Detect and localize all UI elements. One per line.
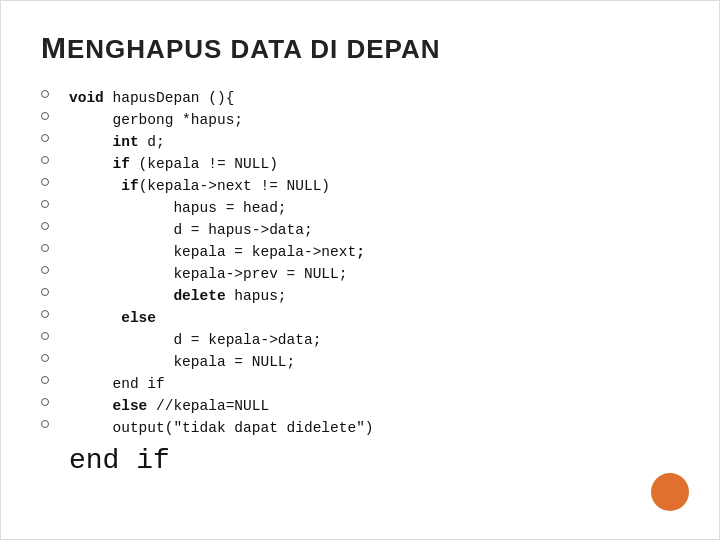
bullet-3 [41,131,69,142]
bullet-icon [41,222,49,230]
code-line-16: output("tidak dapat didelete") [41,417,679,439]
slide-title: MENGHAPUS DATA DI DEPAN [41,31,679,65]
code-line-10: delete hapus; [41,285,679,307]
code-text-11: else [69,307,156,329]
code-text-10: delete hapus; [69,285,287,307]
slide: MENGHAPUS DATA DI DEPAN void hapusDepan … [0,0,720,540]
bullet-icon [41,420,49,428]
code-line-3: int d; [41,131,679,153]
code-line-6: hapus = head; [41,197,679,219]
bullet-7 [41,219,69,230]
bullet-icon [41,244,49,252]
bullet-5 [41,175,69,186]
code-text-9: kepala->prev = NULL; [69,263,347,285]
bullet-14 [41,373,69,384]
end-if-large: end if [69,445,679,476]
code-text-6: hapus = head; [69,197,287,219]
bullet-icon [41,134,49,142]
bullet-icon [41,266,49,274]
bullet-8 [41,241,69,252]
code-text-3: int d; [69,131,165,153]
bullet-11 [41,307,69,318]
code-line-4: if (kepala != NULL) [41,153,679,175]
bullet-2 [41,109,69,120]
bullet-6 [41,197,69,208]
bullet-9 [41,263,69,274]
bullet-icon [41,376,49,384]
code-line-14: end if [41,373,679,395]
code-line-8: kepala = kepala->next; [41,241,679,263]
bullet-icon [41,398,49,406]
bullet-13 [41,351,69,362]
code-line-5: if(kepala->next != NULL) [41,175,679,197]
bullet-icon [41,112,49,120]
code-text-2: gerbong *hapus; [69,109,243,131]
bullet-icon [41,310,49,318]
code-text-1: void hapusDepan (){ [69,87,234,109]
bullet-icon [41,332,49,340]
bullet-icon [41,354,49,362]
bullet-icon [41,90,49,98]
code-line-13: kepala = NULL; [41,351,679,373]
code-line-12: d = kepala->data; [41,329,679,351]
code-line-2: gerbong *hapus; [41,109,679,131]
bullet-icon [41,288,49,296]
code-line-15: else //kepala=NULL [41,395,679,417]
code-section: void hapusDepan (){ gerbong *hapus; int … [41,87,679,439]
code-text-4: if (kepala != NULL) [69,153,278,175]
bullet-icon [41,178,49,186]
code-text-12: d = kepala->data; [69,329,321,351]
bullet-icon [41,200,49,208]
code-text-15: else //kepala=NULL [69,395,269,417]
title-rest: ENGHAPUS DATA DI DEPAN [67,34,441,64]
bullet-icon [41,156,49,164]
bullet-10 [41,285,69,296]
code-line-7: d = hapus->data; [41,219,679,241]
bullet-1 [41,87,69,98]
code-text-14: end if [69,373,165,395]
code-text-5: if(kepala->next != NULL) [69,175,330,197]
bullet-15 [41,395,69,406]
bullet-12 [41,329,69,340]
code-line-9: kepala->prev = NULL; [41,263,679,285]
code-text-16: output("tidak dapat didelete") [69,417,374,439]
code-line-1: void hapusDepan (){ [41,87,679,109]
code-text-8: kepala = kepala->next; [69,241,365,263]
bullet-16 [41,417,69,428]
code-text-13: kepala = NULL; [69,351,295,373]
title-first-letter: M [41,31,67,64]
bullet-4 [41,153,69,164]
orange-circle-decoration [651,473,689,511]
code-line-11: else [41,307,679,329]
code-text-7: d = hapus->data; [69,219,313,241]
